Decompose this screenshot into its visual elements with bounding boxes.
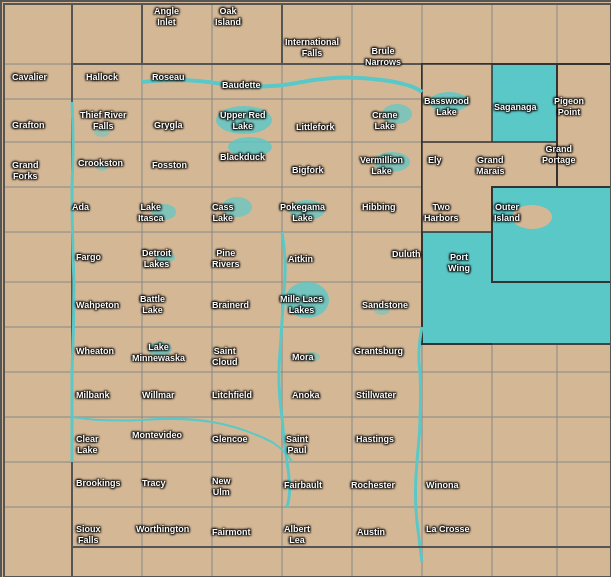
svg-point-32 <box>512 205 552 229</box>
svg-point-46 <box>96 163 108 171</box>
svg-point-35 <box>152 204 176 220</box>
svg-point-45 <box>94 127 110 137</box>
svg-point-34 <box>228 137 272 157</box>
map-container: AngleInlet OakIsland InternationalFalls … <box>0 0 611 577</box>
svg-point-48 <box>304 352 320 362</box>
svg-point-36 <box>222 197 252 217</box>
svg-point-42 <box>429 92 469 112</box>
svg-rect-31 <box>492 187 611 282</box>
svg-point-37 <box>289 200 325 220</box>
svg-point-39 <box>148 342 172 356</box>
svg-point-33 <box>216 106 272 134</box>
svg-point-41 <box>374 152 410 172</box>
svg-point-44 <box>155 251 175 263</box>
map-svg <box>2 2 611 577</box>
svg-rect-30 <box>557 64 611 204</box>
svg-point-43 <box>497 70 547 94</box>
svg-point-40 <box>382 104 412 124</box>
svg-point-38 <box>285 282 329 318</box>
svg-point-47 <box>374 305 390 315</box>
